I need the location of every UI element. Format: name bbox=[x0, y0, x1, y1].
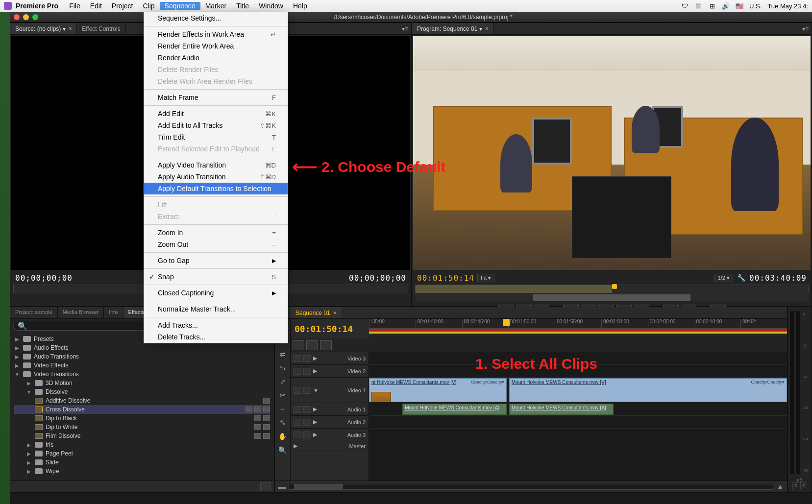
eye-icon[interactable] bbox=[294, 368, 301, 375]
close-window-icon[interactable] bbox=[14, 14, 20, 20]
panel-menu-icon[interactable]: ▾≡ bbox=[799, 25, 812, 32]
resolution-select[interactable]: 1/2 ▾ bbox=[714, 274, 733, 282]
tree-cross-dissolve[interactable]: Cross Dissolve bbox=[14, 405, 270, 414]
tab-project[interactable]: Project: sample bbox=[10, 307, 58, 318]
track-header-a1[interactable]: ▶Audio 1 bbox=[291, 403, 369, 416]
effect-controls-tab[interactable]: Effect Controls bbox=[77, 23, 125, 34]
menu-marker[interactable]: Marker bbox=[200, 2, 232, 10]
slip-tool[interactable]: ↔ bbox=[278, 404, 288, 414]
dd-sequence-settings[interactable]: Sequence Settings... bbox=[144, 12, 288, 24]
dd-normalize-master-track[interactable]: Normalize Master Track... bbox=[144, 303, 288, 315]
clip-v1-a[interactable]: nt Holyoke MEWS Consultants.mov [V] Opac… bbox=[369, 378, 507, 402]
menu-sequence[interactable]: Sequence bbox=[160, 2, 200, 10]
zoom-fit-select[interactable]: Fit ▾ bbox=[477, 274, 494, 282]
rate-stretch-tool[interactable]: ⤢ bbox=[278, 377, 288, 386]
clock-label[interactable]: Tue May 23 4: bbox=[767, 2, 808, 10]
close-icon[interactable]: × bbox=[485, 26, 488, 31]
wrench-icon[interactable]: 🔧 bbox=[737, 274, 745, 282]
mcafee-icon[interactable]: 🛡 bbox=[681, 2, 689, 10]
program-scrubber[interactable] bbox=[415, 285, 809, 293]
zoom-tool[interactable]: 🔍 bbox=[278, 445, 288, 455]
dd-apply-default-transitions[interactable]: Apply Default Transitions to Selection bbox=[144, 183, 288, 194]
tray-icon-2[interactable]: ☰ bbox=[694, 2, 702, 10]
new-bin-button[interactable] bbox=[260, 482, 271, 491]
hand-tool[interactable]: ✋ bbox=[278, 432, 288, 441]
menu-clip[interactable]: Clip bbox=[138, 2, 159, 10]
zoom-window-icon[interactable] bbox=[32, 14, 38, 20]
program-scroll[interactable] bbox=[415, 294, 809, 301]
tree-additive-dissolve[interactable]: Additive Dissolve bbox=[14, 396, 270, 405]
track-header-a2[interactable]: ▶Audio 2 bbox=[291, 416, 369, 429]
dd-render-entire-work-area[interactable]: Render Entire Work Area bbox=[144, 40, 288, 52]
pen-tool[interactable]: ✎ bbox=[278, 418, 288, 428]
tree-audio-effects[interactable]: ▶Audio Effects bbox=[14, 343, 270, 352]
menu-title[interactable]: Title bbox=[231, 2, 254, 10]
eye-icon[interactable] bbox=[294, 387, 301, 394]
solo-left-button[interactable]: S bbox=[792, 482, 799, 489]
dd-go-to-gap[interactable]: Go to Gap▶ bbox=[144, 255, 288, 266]
timeline-track-content[interactable]: nt Holyoke MEWS Consultants.mov [V] Opac… bbox=[369, 352, 787, 480]
menu-file[interactable]: File bbox=[64, 2, 85, 10]
flag-icon[interactable]: 🇺🇸 bbox=[736, 2, 743, 10]
tab-media-browser[interactable]: Media Browser bbox=[58, 307, 104, 318]
timeline-ruler[interactable]: :35:00 00:01:40:00 00:01:45:00 00:01:50:… bbox=[369, 319, 787, 338]
razor-tool[interactable]: ✂ bbox=[278, 390, 288, 400]
ripple-edit-tool[interactable]: ⇄ bbox=[278, 349, 288, 359]
timeline-playhead[interactable] bbox=[507, 352, 507, 480]
eye-icon[interactable] bbox=[294, 355, 301, 362]
dd-zoom-out[interactable]: Zoom Out– bbox=[144, 239, 288, 250]
tree-film-dissolve[interactable]: Film Dissolve bbox=[14, 432, 270, 440]
tree-video-transitions[interactable]: ▼Video Transitions bbox=[14, 370, 270, 379]
tree-video-effects[interactable]: ▶Video Effects bbox=[14, 361, 270, 370]
tree-wipe[interactable]: ▶Wipe bbox=[14, 467, 270, 476]
snap-button[interactable] bbox=[293, 340, 304, 350]
menu-edit[interactable]: Edit bbox=[85, 2, 107, 10]
timeline-timecode[interactable]: 00:01:50:14 bbox=[295, 324, 353, 334]
linked-selection-button[interactable] bbox=[306, 340, 318, 350]
dd-apply-audio-transition[interactable]: Apply Audio Transition⇧⌘D bbox=[144, 171, 288, 183]
playhead-marker-icon[interactable] bbox=[503, 319, 510, 326]
dd-add-tracks[interactable]: Add Tracks... bbox=[144, 319, 288, 331]
tree-audio-transitions[interactable]: ▶Audio Transitions bbox=[14, 352, 270, 361]
dd-trim-edit[interactable]: Trim EditT bbox=[144, 131, 288, 143]
zoom-out-icon[interactable]: ▬ bbox=[278, 482, 286, 491]
source-tc-left[interactable]: 00;00;00;00 bbox=[15, 273, 73, 283]
dd-apply-video-transition[interactable]: Apply Video Transition⌘D bbox=[144, 159, 288, 171]
sequence-tab[interactable]: Sequence 01× bbox=[291, 307, 342, 318]
tree-iris[interactable]: ▶Iris bbox=[14, 440, 270, 449]
tree-dissolve[interactable]: ▼Dissolve bbox=[14, 387, 270, 396]
tree-page-peel[interactable]: ▶Page Peel bbox=[14, 449, 270, 458]
dd-snap[interactable]: ✓SnapS bbox=[144, 271, 288, 283]
menu-help[interactable]: Help bbox=[288, 2, 312, 10]
playhead-icon[interactable] bbox=[612, 284, 617, 289]
rolling-edit-tool[interactable]: ⇆ bbox=[278, 363, 288, 373]
minimize-window-icon[interactable] bbox=[23, 14, 29, 20]
dd-render-audio[interactable]: Render Audio bbox=[144, 52, 288, 64]
tree-dip-to-white[interactable]: Dip to White bbox=[14, 423, 270, 432]
track-header-v2[interactable]: ▶Video 2 bbox=[291, 365, 369, 378]
program-tc-left[interactable]: 00:01:50:14 bbox=[417, 273, 474, 283]
zoom-in-icon[interactable]: ▲ bbox=[776, 482, 784, 491]
speaker-icon[interactable] bbox=[294, 406, 301, 413]
tree-dip-to-black[interactable]: Dip to Black bbox=[14, 414, 270, 423]
track-header-a3[interactable]: ▶Audio 3 bbox=[291, 429, 369, 441]
volume-icon[interactable]: 🔊 bbox=[722, 2, 730, 10]
solo-right-button[interactable]: S bbox=[800, 482, 807, 489]
clip-v1-b[interactable]: Mount Holyoke MEWS Consultants.mov [V] O… bbox=[509, 378, 787, 402]
track-header-v3[interactable]: ▶Video 3 bbox=[291, 352, 369, 365]
track-header-v1[interactable]: ▼Video 1 bbox=[291, 378, 369, 403]
dropdown-icon[interactable]: ▾ bbox=[63, 25, 66, 32]
dd-add-edit-all-tracks[interactable]: Add Edit to All Tracks⇧⌘K bbox=[144, 120, 288, 131]
source-tab[interactable]: Source: (no clips)▾× bbox=[10, 23, 77, 34]
dd-closed-captioning[interactable]: Closed Captioning▶ bbox=[144, 287, 288, 299]
menu-project[interactable]: Project bbox=[107, 2, 138, 10]
clip-a1-b[interactable]: Mount Holyoke MEWS Consultants.mov [A] bbox=[509, 404, 614, 415]
marker-button[interactable] bbox=[320, 340, 332, 350]
tray-icon-3[interactable]: ⊞ bbox=[708, 2, 716, 10]
menu-window[interactable]: Window bbox=[254, 2, 288, 10]
tree-3d-motion[interactable]: ▶3D Motion bbox=[14, 379, 270, 387]
program-tab[interactable]: Program: Sequence 01▾× bbox=[412, 23, 493, 34]
close-icon[interactable]: × bbox=[333, 310, 337, 316]
tree-slide[interactable]: ▶Slide bbox=[14, 458, 270, 467]
track-header-master[interactable]: ▶Master bbox=[291, 441, 369, 451]
